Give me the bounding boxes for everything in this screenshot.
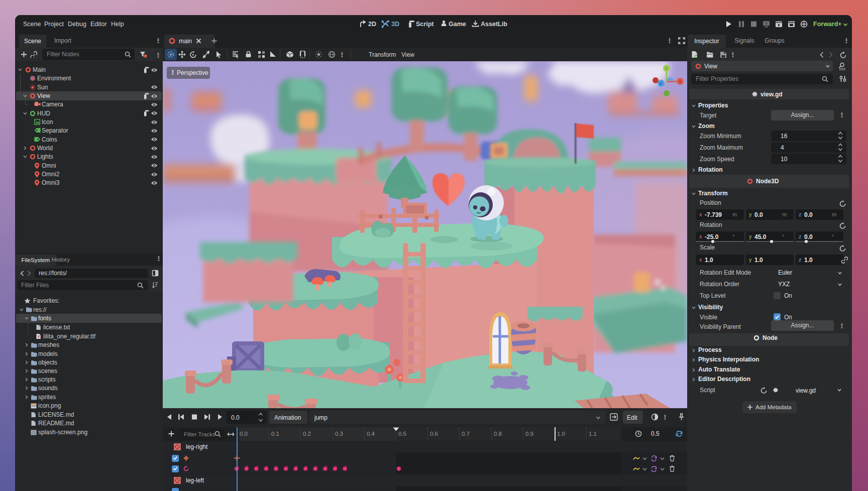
svg-text:X: X	[679, 79, 682, 84]
svg-text:Y: Y	[665, 66, 668, 71]
svg-text:Z: Z	[660, 81, 662, 86]
svg-text:DOC: DOC	[839, 67, 845, 71]
